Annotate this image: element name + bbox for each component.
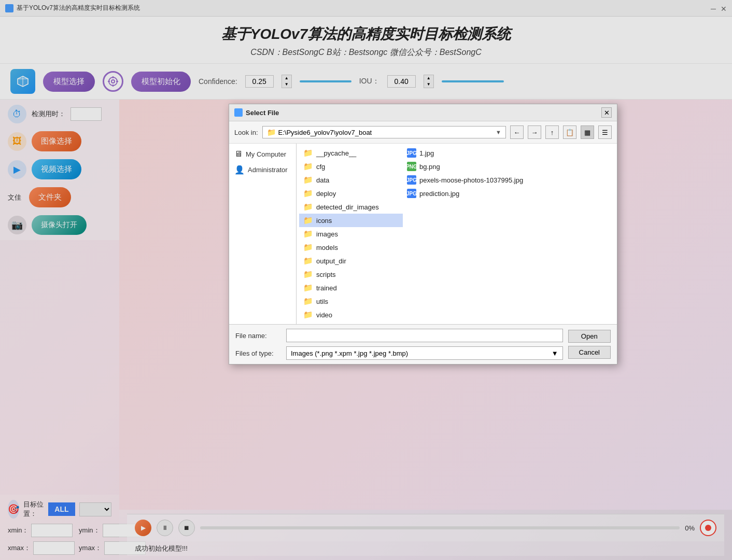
folder-icon-deploy: 📁 [303, 189, 313, 198]
filename-input[interactable] [286, 329, 563, 342]
select-file-dialog: Select File ✕ Look in: 📁 E:\Pyside6_yolo… [229, 104, 617, 365]
folder-icon-models: 📁 [303, 243, 313, 252]
dialog-overlay: Select File ✕ Look in: 📁 E:\Pyside6_yolo… [0, 0, 732, 560]
file-item-prediction[interactable]: JPG prediction.jpg [403, 187, 614, 200]
folder-icon-utils: 📁 [303, 297, 313, 306]
folder-name-models: models [316, 244, 338, 251]
look-in-label: Look in: [234, 129, 258, 136]
folder-icon-images: 📁 [303, 229, 313, 239]
nav-item-label-my-computer: My Computer [246, 150, 286, 158]
view-detail-button[interactable]: ☰ [598, 125, 612, 139]
computer-icon: 🖥 [234, 149, 243, 159]
dialog-close-button[interactable]: ✕ [601, 107, 612, 118]
folder-column: 📁 __pycache__ 📁 cfg 📁 data 📁 [299, 146, 403, 321]
folder-name-video: video [316, 311, 332, 319]
folder-item-scripts[interactable]: 📁 scripts [299, 268, 403, 281]
file-name-1jpg: 1.jpg [419, 149, 434, 157]
file-item-pexels[interactable]: JPG pexels-moose-photos-1037995.jpg [403, 173, 614, 187]
dialog-files: 📁 __pycache__ 📁 cfg 📁 data 📁 [297, 144, 617, 324]
dialog-body: 🖥 My Computer 👤 Administrator 📁 __pycach… [229, 144, 617, 325]
dialog-nav: 🖥 My Computer 👤 Administrator [229, 144, 297, 324]
filetype-value: Images (*.png *.xpm *.jpg *.jpeg *.bmp) [291, 349, 408, 357]
folder-name-scripts: scripts [316, 271, 336, 278]
look-in-path: E:\Pyside6_yolov7\yolov7_boat [278, 129, 372, 136]
folder-item-output[interactable]: 📁 output_dir [299, 254, 403, 268]
folder-icon-cfg: 📁 [303, 162, 313, 171]
bottom-rows: File name: Files of type: Images (*.png … [235, 329, 611, 360]
dialog-action-buttons: Open Cancel [563, 330, 611, 359]
folder-name-images: images [316, 230, 338, 238]
folder-name-cfg: cfg [316, 163, 325, 171]
look-in-combo[interactable]: 📁 E:\Pyside6_yolov7\yolov7_boat ▼ [262, 126, 506, 138]
folder-icon-icons: 📁 [303, 216, 313, 225]
filename-row: File name: [235, 329, 563, 342]
cancel-button[interactable]: Cancel [568, 346, 611, 359]
nav-item-label-administrator: Administrator [248, 166, 288, 174]
dialog-bottom: File name: Files of type: Images (*.png … [229, 325, 617, 364]
nav-item-administrator[interactable]: 👤 Administrator [232, 162, 293, 178]
folder-name-deploy: deploy [316, 190, 336, 198]
look-in-dropdown-arrow: ▼ [496, 129, 501, 135]
folder-item-data[interactable]: 📁 data [299, 173, 403, 187]
img-icon-bgpng: PNG [407, 162, 416, 171]
folder-icon: 📁 [267, 128, 276, 136]
file-column: JPG 1.jpg PNG bg.png JPG pexels-moose-ph… [403, 146, 614, 321]
filetype-row: Files of type: Images (*.png *.xpm *.jpg… [235, 346, 563, 360]
folder-name-icons: icons [316, 217, 332, 225]
folder-name-pycache: __pycache__ [316, 149, 356, 157]
dialog-title-bar: Select File ✕ [229, 104, 617, 121]
img-icon-pexels: JPG [407, 175, 416, 185]
nav-back-button[interactable]: ← [510, 125, 524, 139]
folder-name-output: output_dir [316, 257, 346, 265]
file-item-bgpng[interactable]: PNG bg.png [403, 160, 614, 173]
open-button[interactable]: Open [568, 330, 611, 343]
dialog-icon [234, 108, 243, 117]
folder-item-pycache[interactable]: 📁 __pycache__ [299, 146, 403, 160]
file-name-bgpng: bg.png [419, 163, 440, 171]
folder-item-video[interactable]: 📁 video [299, 308, 403, 321]
folder-item-models[interactable]: 📁 models [299, 241, 403, 254]
folder-name-utils: utils [316, 298, 328, 305]
user-icon: 👤 [234, 165, 245, 175]
filetype-dropdown-arrow: ▼ [552, 349, 558, 357]
view-list-button[interactable]: ▦ [581, 125, 594, 139]
nav-item-my-computer[interactable]: 🖥 My Computer [232, 146, 293, 162]
img-icon-prediction: JPG [407, 189, 416, 198]
files-layout: 📁 __pycache__ 📁 cfg 📁 data 📁 [299, 146, 614, 321]
folder-icon-scripts: 📁 [303, 270, 313, 279]
folder-item-cfg[interactable]: 📁 cfg [299, 160, 403, 173]
file-item-1jpg[interactable]: JPG 1.jpg [403, 146, 614, 160]
dialog-title-left: Select File [234, 108, 279, 117]
filename-label: File name: [235, 332, 282, 340]
nav-bookmarks-button[interactable]: 📋 [563, 125, 576, 139]
bottom-fields: File name: Files of type: Images (*.png … [235, 329, 563, 360]
dialog-title: Select File [246, 109, 279, 117]
look-in-row: Look in: 📁 E:\Pyside6_yolov7\yolov7_boat… [229, 121, 617, 144]
folder-item-trained[interactable]: 📁 trained [299, 281, 403, 295]
folder-icon-detected: 📁 [303, 202, 313, 212]
folder-icon-trained: 📁 [303, 283, 313, 292]
file-name-prediction: prediction.jpg [419, 190, 459, 198]
folder-name-data: data [316, 176, 329, 184]
folder-icon-output: 📁 [303, 256, 313, 265]
folder-icon-pycache: 📁 [303, 148, 313, 158]
file-name-pexels: pexels-moose-photos-1037995.jpg [419, 176, 523, 184]
folder-item-utils[interactable]: 📁 utils [299, 295, 403, 308]
nav-up-button[interactable]: ↑ [545, 125, 559, 139]
filetype-combo[interactable]: Images (*.png *.xpm *.jpg *.jpeg *.bmp) … [286, 346, 563, 360]
folder-name-detected: detected_dir_images [316, 203, 379, 211]
folder-item-detected-dir[interactable]: 📁 detected_dir_images [299, 200, 403, 214]
folder-item-icons[interactable]: 📁 icons [299, 214, 403, 227]
folder-icon-video: 📁 [303, 310, 313, 319]
nav-forward-button[interactable]: → [528, 125, 541, 139]
filetype-label: Files of type: [235, 349, 282, 357]
folder-icon-data: 📁 [303, 175, 313, 185]
img-icon-1jpg: JPG [407, 148, 416, 158]
folder-name-trained: trained [316, 284, 337, 292]
folder-item-deploy[interactable]: 📁 deploy [299, 187, 403, 200]
folder-item-images[interactable]: 📁 images [299, 227, 403, 241]
